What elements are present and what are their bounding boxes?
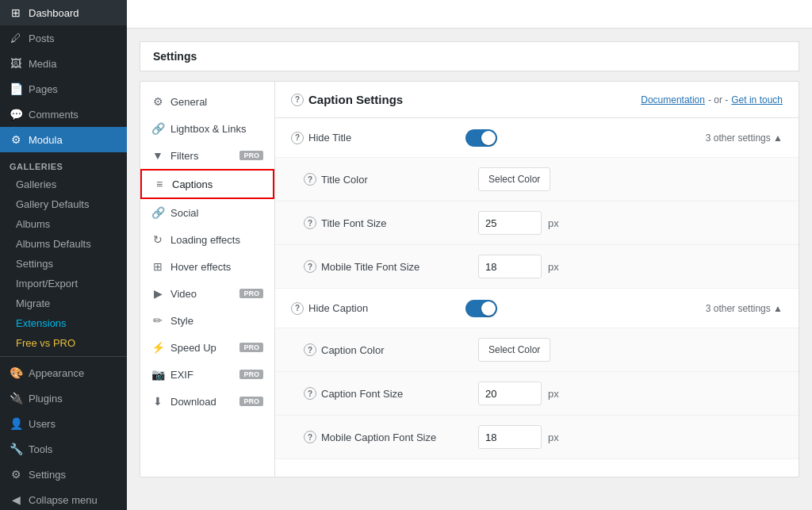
sidebar-item-label: Media: [29, 58, 56, 70]
caption-color-button[interactable]: Select Color: [478, 338, 550, 362]
settings-nav-exif[interactable]: 📷 EXIF PRO: [140, 361, 274, 388]
caption-font-size-input[interactable]: [478, 382, 542, 405]
title-font-size-input[interactable]: [478, 211, 542, 235]
sidebar-item-gallery-defaults[interactable]: Gallery Defaults: [0, 194, 127, 214]
hide-title-label: ? Hide Title: [291, 132, 465, 144]
settings-nav-general[interactable]: ⚙ General: [140, 88, 274, 115]
caption-color-row: ? Caption Color Select Color: [275, 328, 799, 372]
hide-title-help-icon[interactable]: ?: [291, 132, 304, 144]
modula-icon: ⚙: [10, 133, 22, 146]
sidebar-item-modula[interactable]: ⚙ Modula: [0, 127, 127, 152]
speedup-pro-badge: PRO: [239, 343, 263, 352]
tools-icon: 🔧: [10, 443, 22, 455]
settings-content: ? Caption Settings Documentation - or - …: [275, 82, 799, 477]
sidebar-item-media[interactable]: 🖼 Media: [0, 51, 127, 76]
title-color-control: Select Color: [478, 167, 783, 191]
settings-nav-loading[interactable]: ↻ Loading effects: [140, 226, 274, 253]
settings-nav-social[interactable]: 🔗 Social: [140, 199, 274, 226]
dashboard-icon: ⊞: [10, 6, 22, 19]
settings-nav-speedup[interactable]: ⚡ Speed Up PRO: [140, 334, 274, 361]
mobile-caption-font-size-row: ? Mobile Caption Font Size px: [275, 416, 799, 459]
mobile-title-font-size-input[interactable]: [478, 255, 542, 278]
caption-font-size-unit: px: [548, 388, 559, 400]
sidebar-item-label: Posts: [29, 33, 55, 44]
mobile-caption-font-size-control: px: [478, 425, 783, 449]
mobile-caption-font-size-help-icon[interactable]: ?: [304, 431, 316, 443]
hover-icon: ⊞: [151, 260, 164, 273]
collapse-icon: ◀: [10, 493, 22, 506]
sidebar-item-posts[interactable]: 🖊 Posts: [0, 25, 127, 51]
hide-title-row: ? Hide Title 3 other settings ▲: [275, 118, 799, 158]
caption-settings-title: ? Caption Settings: [291, 93, 403, 106]
settings-nav-download[interactable]: ⬇ Download PRO: [140, 388, 274, 415]
lightbox-icon: 🔗: [151, 122, 164, 135]
sidebar-item-label: Modula: [29, 134, 63, 146]
pages-icon: 📄: [10, 82, 22, 95]
title-color-help-icon[interactable]: ?: [304, 173, 316, 186]
mobile-title-font-size-control: px: [478, 255, 783, 278]
sidebar-item-albums[interactable]: Albums: [0, 214, 127, 234]
sidebar-item-free-vs-pro[interactable]: Free vs PRO: [0, 333, 127, 353]
mobile-caption-font-size-input[interactable]: [478, 425, 542, 449]
caption-font-size-label: ? Caption Font Size: [304, 387, 478, 400]
sidebar-item-appearance[interactable]: 🎨 Appearance: [0, 360, 127, 385]
settings-nav-style[interactable]: ✏ Style: [140, 307, 274, 334]
settings-nav-video[interactable]: ▶ Video PRO: [140, 280, 274, 307]
settings-nav-hover[interactable]: ⊞ Hover effects: [140, 253, 274, 280]
sidebar-item-users[interactable]: 👤 Users: [0, 411, 127, 436]
general-icon: ⚙: [151, 95, 164, 108]
sidebar-item-albums-defaults[interactable]: Albums Defaults: [0, 234, 127, 254]
title-color-button[interactable]: Select Color: [478, 167, 550, 191]
caption-settings-help-icon[interactable]: ?: [291, 94, 304, 106]
settings-icon: ⚙: [10, 468, 22, 481]
plugins-icon: 🔌: [10, 392, 22, 405]
title-font-size-unit: px: [548, 217, 559, 229]
sidebar-item-label: Comments: [29, 109, 79, 121]
mobile-title-font-size-label: ? Mobile Title Font Size: [304, 260, 478, 273]
main-content: Settings ⚙ General 🔗 Lightbox & Links ▼ …: [127, 0, 812, 510]
hide-title-control: [465, 129, 706, 147]
sidebar-item-migrate[interactable]: Migrate: [0, 293, 127, 313]
sidebar-item-extensions[interactable]: Extensions: [0, 313, 127, 333]
hide-caption-extra: 3 other settings ▲: [706, 303, 783, 314]
sidebar-item-settings-sub[interactable]: Settings: [0, 254, 127, 274]
title-font-size-row: ? Title Font Size px: [275, 201, 799, 245]
settings-sidebar: ⚙ General 🔗 Lightbox & Links ▼ Filters P…: [140, 82, 275, 477]
sidebar-item-import-export[interactable]: Import/Export: [0, 274, 127, 293]
posts-icon: 🖊: [10, 32, 22, 44]
sidebar-item-dashboard[interactable]: ⊞ Dashboard: [0, 0, 127, 25]
title-color-row: ? Title Color Select Color: [275, 158, 799, 201]
mobile-title-font-size-help-icon[interactable]: ?: [304, 260, 316, 273]
sidebar-item-tools[interactable]: 🔧 Tools: [0, 436, 127, 462]
sidebar-item-plugins[interactable]: 🔌 Plugins: [0, 385, 127, 411]
sidebar-item-collapse[interactable]: ◀ Collapse menu: [0, 487, 127, 510]
caption-color-help-icon[interactable]: ?: [304, 343, 316, 356]
hide-caption-control: [465, 300, 706, 317]
caption-font-size-help-icon[interactable]: ?: [304, 387, 316, 400]
style-icon: ✏: [151, 314, 164, 327]
caption-settings-header: ? Caption Settings Documentation - or - …: [275, 82, 799, 118]
caption-font-size-row: ? Caption Font Size px: [275, 372, 799, 416]
hide-caption-help-icon[interactable]: ?: [291, 302, 304, 315]
mobile-caption-font-size-label: ? Mobile Caption Font Size: [304, 431, 478, 443]
settings-nav-captions[interactable]: ≡ Captions: [140, 169, 274, 199]
media-icon: 🖼: [10, 57, 22, 70]
sidebar: ⊞ Dashboard 🖊 Posts 🖼 Media 📄 Pages 💬 Co…: [0, 0, 127, 510]
settings-nav-filters[interactable]: ▼ Filters PRO: [140, 142, 274, 169]
get-in-touch-link[interactable]: Get in touch: [731, 94, 783, 105]
hide-title-toggle[interactable]: [465, 129, 497, 147]
sidebar-item-pages[interactable]: 📄 Pages: [0, 76, 127, 102]
caption-font-size-control: px: [478, 382, 783, 405]
download-pro-badge: PRO: [239, 397, 263, 406]
sidebar-item-comments[interactable]: 💬 Comments: [0, 102, 127, 127]
sidebar-item-galleries[interactable]: Galleries: [0, 174, 127, 194]
sidebar-item-settings-main[interactable]: ⚙ Settings: [0, 462, 127, 487]
captions-icon: ≡: [153, 178, 166, 190]
hide-caption-toggle[interactable]: [465, 300, 497, 317]
settings-nav-lightbox[interactable]: 🔗 Lightbox & Links: [140, 115, 274, 142]
title-font-size-help-icon[interactable]: ?: [304, 217, 316, 229]
top-bar: [127, 0, 812, 29]
exif-icon: 📷: [151, 368, 164, 381]
documentation-link[interactable]: Documentation: [641, 94, 705, 105]
header-links: Documentation - or - Get in touch: [641, 94, 783, 105]
